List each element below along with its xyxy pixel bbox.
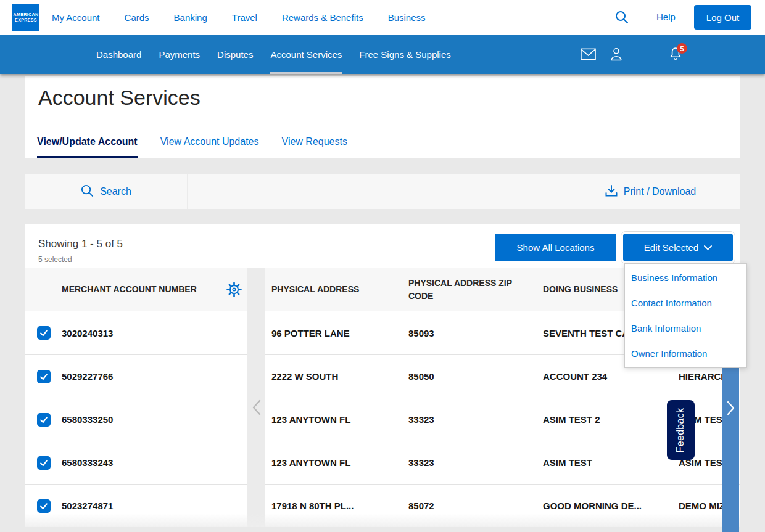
merchant-nav-links: Dashboard Payments Disputes Account Serv… bbox=[96, 35, 451, 74]
topnav-rewards-benefits[interactable]: Rewards & Benefits bbox=[282, 12, 363, 23]
menu-item-business-information[interactable]: Business Information bbox=[625, 265, 746, 290]
scroll-columns-left-chevron-icon[interactable] bbox=[252, 399, 262, 418]
profile-icon[interactable] bbox=[610, 47, 623, 64]
physical-address: 123 ANYTOWN FL bbox=[271, 441, 395, 484]
merchant-account-number: 5023274871 bbox=[62, 485, 113, 527]
subnav-disputes[interactable]: Disputes bbox=[217, 35, 253, 74]
menu-item-contact-information[interactable]: Contact Information bbox=[625, 290, 746, 316]
doing-business-as: GOOD MORNING DE... bbox=[543, 485, 676, 527]
zip-code: 85072 bbox=[408, 485, 434, 527]
subnav-dashboard[interactable]: Dashboard bbox=[96, 35, 141, 74]
show-all-locations-button[interactable]: Show All Locations bbox=[495, 234, 616, 261]
row-checkbox[interactable] bbox=[37, 370, 51, 383]
amex-logo-line2: EXPRESS bbox=[15, 18, 37, 23]
checkmark-icon bbox=[39, 372, 49, 382]
help-link[interactable]: Help bbox=[656, 12, 676, 22]
mail-icon[interactable] bbox=[581, 48, 596, 63]
print-download-button[interactable]: Print / Download bbox=[582, 174, 718, 209]
checkmark-icon bbox=[39, 415, 49, 425]
extra-column-value: DEMO MIZ bbox=[679, 485, 725, 527]
search-icon bbox=[80, 184, 94, 200]
topnav-business[interactable]: Business bbox=[388, 12, 426, 23]
feedback-button[interactable]: Feedback bbox=[667, 400, 695, 460]
selected-count: 5 selected bbox=[38, 255, 72, 264]
checkmark-icon bbox=[39, 328, 49, 338]
column-header-physical-address-zip-code[interactable]: PHYSICAL ADDRESS ZIP CODE bbox=[408, 268, 526, 311]
log-out-button[interactable]: Log Out bbox=[694, 5, 751, 30]
column-settings-gear-icon[interactable] bbox=[226, 282, 242, 300]
scroll-columns-right-chevron-icon[interactable] bbox=[726, 401, 736, 418]
notification-count-badge: 5 bbox=[677, 43, 687, 54]
merchant-account-number: 3020240313 bbox=[62, 311, 113, 354]
tab-view-requests[interactable]: View Requests bbox=[282, 125, 347, 158]
physical-address: 123 ANYTOWN FL bbox=[271, 398, 395, 441]
tab-view-update-account[interactable]: View/Update Account bbox=[37, 125, 138, 158]
zip-code: 85093 bbox=[408, 311, 434, 354]
search-button[interactable]: Search bbox=[25, 174, 187, 209]
page-title: Account Services bbox=[38, 86, 201, 110]
amex-merchant-portal: AMERICAN EXPRESS My Account Cards Bankin… bbox=[0, 0, 765, 532]
row-checkbox[interactable] bbox=[37, 413, 51, 427]
zip-code: 33323 bbox=[408, 398, 434, 441]
merchant-account-number: 6580333243 bbox=[62, 441, 113, 484]
subnav-account-services[interactable]: Account Services bbox=[270, 35, 342, 74]
search-label: Search bbox=[100, 186, 131, 197]
top-navbar: AMERICAN EXPRESS My Account Cards Bankin… bbox=[0, 0, 765, 35]
table-row: 5023274871 17918 N 80TH PL... 85072 GOOD… bbox=[25, 484, 740, 527]
column-gap-strip bbox=[247, 268, 265, 527]
doing-business-as: ASIM TEST 2 bbox=[543, 398, 676, 441]
top-nav-links: My Account Cards Banking Travel Rewards … bbox=[52, 0, 426, 35]
table-row: 6580333250 123 ANYTOWN FL 33323 ASIM TES… bbox=[25, 398, 740, 441]
page-header-panel: Account Services View/Update Account Vie… bbox=[25, 76, 740, 158]
tab-view-account-updates[interactable]: View Account Updates bbox=[160, 125, 259, 158]
table-row: 6580333243 123 ANYTOWN FL 33323 ASIM TES… bbox=[25, 441, 740, 484]
zip-code: 85050 bbox=[408, 355, 434, 398]
topnav-travel[interactable]: Travel bbox=[232, 12, 257, 23]
physical-address: 96 POTTER LANE bbox=[271, 311, 395, 354]
search-icon[interactable] bbox=[614, 10, 629, 25]
download-icon bbox=[605, 184, 618, 200]
row-checkbox[interactable] bbox=[37, 456, 51, 470]
merchant-navbar: Dashboard Payments Disputes Account Serv… bbox=[0, 35, 765, 74]
account-services-tabs: View/Update Account View Account Updates… bbox=[37, 125, 347, 158]
menu-item-owner-information[interactable]: Owner Information bbox=[625, 341, 746, 366]
checkmark-icon bbox=[39, 458, 49, 468]
chevron-down-icon bbox=[704, 245, 712, 250]
merchant-account-number: 5029227766 bbox=[62, 355, 113, 398]
merchant-account-number: 6580333250 bbox=[62, 398, 113, 441]
topnav-cards[interactable]: Cards bbox=[125, 12, 149, 23]
physical-address: 2222 W SOUTH bbox=[271, 355, 395, 398]
row-checkbox[interactable] bbox=[37, 326, 51, 340]
physical-address: 17918 N 80TH PL... bbox=[271, 485, 395, 527]
zip-code: 33323 bbox=[408, 441, 434, 484]
topnav-banking[interactable]: Banking bbox=[174, 12, 207, 23]
edit-selected-dropdown: Business Information Contact Information… bbox=[624, 263, 747, 368]
subnav-payments[interactable]: Payments bbox=[159, 35, 200, 74]
doing-business-as: ASIM TEST bbox=[543, 441, 676, 484]
edit-selected-label: Edit Selected bbox=[644, 242, 698, 253]
subnav-free-signs-supplies[interactable]: Free Signs & Supplies bbox=[359, 35, 450, 74]
toolbar-divider bbox=[187, 174, 188, 209]
table-toolbar: Search Print / Download bbox=[25, 174, 740, 209]
feedback-label: Feedback bbox=[676, 407, 687, 452]
showing-count: Showing 1 - 5 of 5 bbox=[38, 238, 123, 250]
checkmark-icon bbox=[39, 501, 49, 511]
print-download-label: Print / Download bbox=[624, 186, 696, 197]
amex-logo-line1: AMERICAN bbox=[14, 12, 39, 18]
column-header-merchant-account-number[interactable]: MERCHANT ACCOUNT NUMBER bbox=[62, 268, 216, 311]
row-checkbox[interactable] bbox=[37, 499, 51, 513]
column-header-physical-address[interactable]: PHYSICAL ADDRESS bbox=[271, 268, 389, 311]
menu-item-bank-information[interactable]: Bank Information bbox=[625, 316, 746, 341]
amex-logo[interactable]: AMERICAN EXPRESS bbox=[12, 4, 39, 31]
topnav-my-account[interactable]: My Account bbox=[52, 12, 100, 23]
edit-selected-button[interactable]: Edit Selected bbox=[623, 234, 733, 261]
